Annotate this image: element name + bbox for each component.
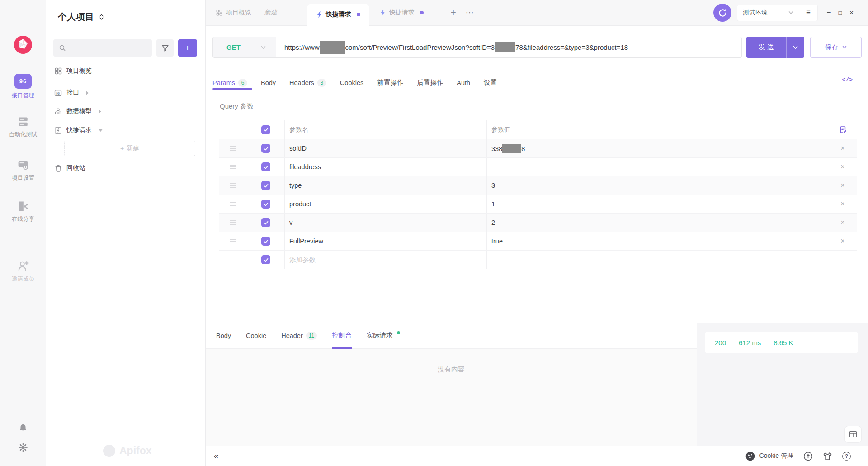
bulk-edit-icon[interactable] — [828, 120, 857, 139]
project-switcher-icon[interactable] — [99, 14, 104, 20]
param-name-input[interactable]: product — [285, 195, 487, 213]
menu-item-api[interactable]: 96 接口 — [46, 85, 205, 100]
menu-item-project-overview[interactable]: 项目概览 — [46, 63, 205, 79]
param-value-input[interactable] — [487, 158, 828, 176]
tab-auth[interactable]: Auth — [457, 79, 470, 86]
project-title[interactable]: 个人项目 — [58, 11, 94, 23]
sync-refresh-button[interactable] — [713, 4, 731, 22]
tab-pre-processors[interactable]: 前置操作 — [377, 78, 403, 87]
add-button[interactable]: + — [178, 39, 197, 57]
menu-item-quick-request[interactable]: 快捷请求 — [46, 123, 205, 138]
menu-item-recycle-bin[interactable]: 回收站 — [46, 161, 205, 176]
row-checkbox[interactable] — [261, 181, 270, 190]
param-value-input[interactable]: 3 — [487, 176, 828, 195]
delete-row-button[interactable]: × — [828, 195, 857, 213]
delete-row-button[interactable]: × — [828, 176, 857, 195]
add-param-input[interactable]: 添加参数 — [285, 251, 487, 269]
tab-body[interactable]: Body — [261, 79, 276, 86]
tab-headers[interactable]: Headers 3 — [289, 79, 326, 87]
collapse-sidebar-button[interactable]: « — [214, 451, 219, 461]
notifications-bell-icon[interactable] — [19, 423, 28, 433]
more-tabs-button[interactable]: ⋯ — [466, 8, 475, 18]
window-maximize-button[interactable]: □ — [835, 10, 846, 16]
chevron-down-icon — [98, 128, 103, 133]
tab-project-overview[interactable]: 项目概览 — [216, 9, 251, 17]
param-value-input[interactable]: 2 — [487, 214, 828, 232]
method-select[interactable]: GET — [213, 37, 276, 57]
tab-response-body[interactable]: Body — [216, 323, 231, 349]
param-value-input[interactable]: 3388 — [487, 139, 828, 157]
sidebar-item-online-share[interactable]: 在线分享 — [0, 200, 46, 223]
sidebar-item-invite-members[interactable]: 邀请成员 — [0, 260, 46, 283]
row-checkbox[interactable] — [261, 200, 270, 209]
plus-icon: + — [120, 145, 124, 152]
grid-icon — [216, 10, 222, 16]
param-name-input[interactable]: v — [285, 214, 487, 232]
drag-handle[interactable] — [219, 232, 247, 250]
send-button[interactable]: 发 送 — [746, 37, 804, 58]
param-value-input[interactable]: 1 — [487, 195, 828, 213]
unsaved-dot — [420, 11, 424, 14]
response-tabs: Body Cookie Header 11 控制台 实际请求 — [206, 323, 697, 349]
theme-shirt-icon[interactable] — [823, 452, 832, 461]
delete-row-button[interactable]: × — [828, 139, 857, 157]
param-value-input[interactable]: true — [487, 232, 828, 250]
menu-item-data-model[interactable]: 数据模型 — [46, 104, 205, 119]
save-button[interactable]: 保存 — [810, 37, 862, 58]
new-tab-button[interactable]: + — [446, 8, 461, 18]
url-input[interactable]: https://wwwcom/soft/Preview/FirstLoadPre… — [276, 37, 741, 57]
search-input[interactable] — [53, 39, 152, 57]
add-param-value-input[interactable] — [487, 251, 828, 269]
tab-quick-request-active[interactable]: 快捷请求 — [307, 4, 369, 25]
chevron-right-icon — [98, 109, 102, 114]
tab-new[interactable]: 新建.. — [264, 9, 281, 17]
delete-row-button[interactable]: × — [828, 214, 857, 232]
row-checkbox[interactable] — [261, 144, 270, 153]
tab-response-header[interactable]: Header 11 — [281, 323, 317, 349]
tab-quick-request-2[interactable]: 快捷请求 — [370, 9, 433, 17]
layout-toggle-button[interactable] — [844, 426, 862, 443]
environment-select[interactable]: 测试环境 — [737, 9, 799, 17]
window-minimize-button[interactable]: − — [823, 8, 835, 17]
param-name-input[interactable]: FullPreview — [285, 232, 487, 250]
tab-response-cookie[interactable]: Cookie — [246, 323, 266, 349]
filter-button[interactable] — [156, 39, 174, 57]
row-checkbox[interactable] — [261, 255, 270, 264]
tab-console[interactable]: 控制台 — [332, 323, 352, 349]
send-options-chevron-icon[interactable] — [787, 46, 804, 49]
drag-handle[interactable] — [219, 139, 247, 157]
help-icon[interactable]: ? — [842, 452, 851, 461]
param-name-input[interactable]: type — [285, 176, 487, 195]
tab-params[interactable]: Params 6 — [212, 79, 247, 87]
delete-row-button[interactable]: × — [828, 158, 857, 176]
cookie-manager-button[interactable]: Cookie 管理 — [745, 451, 793, 461]
row-checkbox[interactable] — [261, 237, 270, 246]
row-checkbox[interactable] — [261, 218, 270, 227]
tab-settings[interactable]: 设置 — [484, 78, 497, 87]
menu-hamburger-icon[interactable]: ≡ — [799, 8, 817, 17]
tab-post-processors[interactable]: 后置操作 — [417, 78, 443, 87]
param-name-input[interactable]: softID — [285, 139, 487, 157]
sidebar-item-project-settings[interactable]: 项目设置 — [0, 159, 46, 182]
response-section: Body Cookie Header 11 控制台 实际请求 没有内容 200 … — [206, 323, 868, 446]
tab-actual-request[interactable]: 实际请求 — [367, 323, 400, 349]
param-name-input[interactable]: fileaddress — [285, 158, 487, 176]
drag-handle[interactable] — [219, 214, 247, 232]
drag-handle[interactable] — [219, 195, 247, 213]
settings-gear-icon[interactable] — [19, 443, 28, 452]
new-request-button[interactable]: + 新建 — [64, 141, 195, 156]
delete-row-button[interactable]: × — [828, 232, 857, 250]
window-close-button[interactable]: × — [846, 8, 857, 18]
apifox-logo-icon[interactable] — [14, 36, 32, 54]
select-all-checkbox[interactable] — [261, 125, 270, 134]
sidebar-item-automated-testing[interactable]: 自动化测试 — [0, 116, 46, 138]
sidebar-item-api-management[interactable]: 96 接口管理 — [0, 74, 46, 100]
upload-icon[interactable] — [803, 452, 813, 461]
drag-handle[interactable] — [219, 176, 247, 195]
menu-item-label: 回收站 — [66, 164, 85, 172]
response-size: 8.65 K — [774, 339, 793, 347]
tab-cookies[interactable]: Cookies — [340, 79, 363, 86]
row-checkbox[interactable] — [261, 162, 270, 171]
code-view-toggle[interactable]: </> — [842, 76, 853, 83]
drag-handle[interactable] — [219, 158, 247, 176]
